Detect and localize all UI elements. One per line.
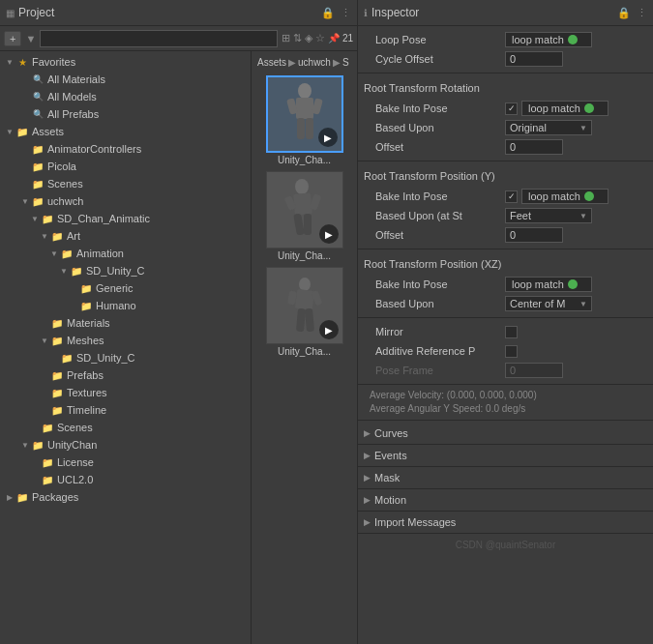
tree-item-sd-unity-c2[interactable]: 📁 SD_Unity_C <box>0 349 251 366</box>
scenes2-folder-icon: 📁 <box>41 421 54 434</box>
motion-section: ▶ Motion <box>358 489 653 512</box>
tree-item-assets[interactable]: ▼ 📁 Assets <box>0 123 251 140</box>
animator-label: AnimatorControllers <box>47 143 141 155</box>
position-y-based-dropdown[interactable]: Feet ▼ <box>505 208 592 223</box>
curves-header[interactable]: ▶ Curves <box>358 423 653 444</box>
tree-item-all-models[interactable]: 🔍 All Models <box>0 88 251 105</box>
tree-item-scenes2[interactable]: 📁 Scenes <box>0 419 251 436</box>
curves-label: Curves <box>374 427 408 439</box>
tree-item-license[interactable]: 📁 License <box>0 454 251 471</box>
inspector-lock-icon[interactable]: 🔒 <box>617 7 631 19</box>
all-models-arrow <box>19 91 31 102</box>
additive-ref-checkbox[interactable] <box>505 345 518 358</box>
ucl20-folder-icon: 📁 <box>41 473 54 486</box>
tree-item-art[interactable]: ▼ 📁 Art <box>0 227 251 245</box>
loop-pose-label: Loop Pose <box>375 34 501 45</box>
unitychan-label: UnityChan <box>47 439 97 451</box>
menu-icon[interactable]: ⋮ <box>341 7 351 19</box>
add-button[interactable]: + <box>4 31 21 46</box>
view-icon[interactable]: ⊞ <box>282 32 290 44</box>
asset-item-2[interactable]: ▶ Unity_Cha... <box>266 171 343 261</box>
assets-label: Assets <box>32 126 64 137</box>
meshes-arrow: ▼ <box>39 335 50 346</box>
mirror-checkbox[interactable] <box>505 326 518 338</box>
play-icon-3[interactable]: ▶ <box>319 320 339 339</box>
inspector-panel-header: ℹ Inspector 🔒 ⋮ <box>358 0 653 25</box>
tree-item-unitychan[interactable]: ▼ 📁 UnityChan <box>0 436 251 454</box>
tree-item-generic[interactable]: 📁 Generic <box>0 279 251 297</box>
art-label: Art <box>67 230 80 242</box>
asset-item-1[interactable]: ▶ Unity_Cha... <box>266 75 343 165</box>
pose-frame-input: 0 <box>505 363 563 378</box>
tree-item-animator[interactable]: 📁 AnimatorControllers <box>0 140 251 158</box>
asset-thumb-1[interactable]: ▶ <box>266 75 343 153</box>
play-icon-1[interactable]: ▶ <box>318 128 338 147</box>
breadcrumb-sep2: ▶ <box>333 57 341 68</box>
unitychan-folder-icon: 📁 <box>31 438 45 452</box>
divider-2 <box>358 161 653 161</box>
tree-item-scenes[interactable]: 📁 Scenes <box>0 175 251 192</box>
tree-item-all-materials[interactable]: 🔍 All Materials <box>0 71 251 88</box>
position-xz-bake-label: Bake Into Pose <box>375 278 501 290</box>
tree-item-timeline[interactable]: 📁 Timeline <box>0 401 251 419</box>
tree-item-picola[interactable]: 📁 Picola <box>0 158 251 175</box>
position-xz-based-dropdown[interactable]: Center of M ▼ <box>505 296 592 311</box>
watermark: CSDN @quaintSenator <box>358 534 653 556</box>
svg-point-0 <box>298 83 312 99</box>
dropdown-arrow-btn[interactable]: ▼ <box>25 33 36 44</box>
asset-thumb-3[interactable]: ▶ <box>266 267 343 344</box>
mask-header[interactable]: ▶ Mask <box>358 467 653 488</box>
rotation-based-row: Based Upon Original ▼ <box>364 118 647 137</box>
filter-icon[interactable]: ◈ <box>305 32 312 44</box>
position-xz-title: Root Transform Position (XZ) <box>364 258 501 270</box>
asset-thumb-2[interactable]: ▶ <box>266 171 343 249</box>
tree-item-uchwch[interactable]: ▼ 📁 uchwch <box>0 192 251 210</box>
pose-frame-label: Pose Frame <box>375 365 501 376</box>
cycle-offset-input[interactable]: 0 <box>505 51 563 67</box>
rotation-based-dropdown[interactable]: Original ▼ <box>505 120 592 135</box>
tree-item-sd-chan[interactable]: ▼ 📁 SD_Chan_Animatic <box>0 210 251 227</box>
rotation-offset-value: 0 <box>505 139 647 155</box>
packages-arrow: ▶ <box>4 491 15 503</box>
search-input[interactable] <box>40 30 278 47</box>
position-y-checkbox[interactable]: ✓ <box>505 190 518 203</box>
avg-velocity-text: Average Velocity: (0.000, 0.000, 0.000) … <box>358 387 653 418</box>
lock-icon[interactable]: 🔒 <box>321 7 335 19</box>
tree-item-humano[interactable]: 📁 Humano <box>0 297 251 314</box>
mirror-section: Mirror Additive Reference P Pose Frame 0 <box>358 320 653 382</box>
star-filter-icon[interactable]: ☆ <box>315 32 325 44</box>
scenes2-label: Scenes <box>57 422 93 433</box>
inspector-panel-icon: ℹ <box>364 8 368 18</box>
timeline-label: Timeline <box>67 404 106 416</box>
rotation-offset-input[interactable]: 0 <box>505 139 563 155</box>
file-tree: ▼ ★ Favorites 🔍 All Materials 🔍 All Mode… <box>0 51 251 644</box>
motion-header[interactable]: ▶ Motion <box>358 489 653 511</box>
import-messages-header[interactable]: ▶ Import Messages <box>358 512 653 533</box>
position-xz-bake-text: loop match <box>512 278 564 290</box>
tree-item-favorites[interactable]: ▼ ★ Favorites <box>0 53 251 71</box>
tree-item-meshes[interactable]: ▼ 📁 Meshes <box>0 332 251 349</box>
position-y-offset-input[interactable]: 0 <box>505 227 563 243</box>
tree-item-sd-unity-c[interactable]: ▼ 📁 SD_Unity_C <box>0 262 251 279</box>
tree-item-textures[interactable]: 📁 Textures <box>0 384 251 401</box>
pin-icon[interactable]: 📌 <box>328 33 340 44</box>
rotation-bake-checkbox[interactable]: ✓ <box>505 102 518 115</box>
sd-unity2-folder-icon: 📁 <box>60 351 74 365</box>
tree-item-ucl20[interactable]: 📁 UCL2.0 <box>0 471 251 488</box>
sort-icon[interactable]: ⇅ <box>293 32 302 44</box>
tree-item-materials[interactable]: 📁 Materials <box>0 314 251 332</box>
inspector-menu-icon[interactable]: ⋮ <box>637 7 647 19</box>
tree-item-all-prefabs[interactable]: 🔍 All Prefabs <box>0 105 251 123</box>
scenes-arrow <box>19 178 31 190</box>
loop-pose-badge: loop match <box>505 32 592 47</box>
events-header[interactable]: ▶ Events <box>358 445 653 466</box>
asset-item-3[interactable]: ▶ Unity_Cha... <box>266 267 343 357</box>
all-prefabs-label: All Prefabs <box>47 108 99 120</box>
uchwch-label: uchwch <box>47 195 83 207</box>
tree-item-packages[interactable]: ▶ 📁 Packages <box>0 488 251 506</box>
play-icon-2[interactable]: ▶ <box>319 224 339 244</box>
mask-arrow: ▶ <box>364 473 371 483</box>
tree-item-prefabs[interactable]: 📁 Prefabs <box>0 366 251 384</box>
tree-item-animation[interactable]: ▼ 📁 Animation <box>0 245 251 262</box>
rotation-bake-badge: loop match <box>521 101 608 116</box>
